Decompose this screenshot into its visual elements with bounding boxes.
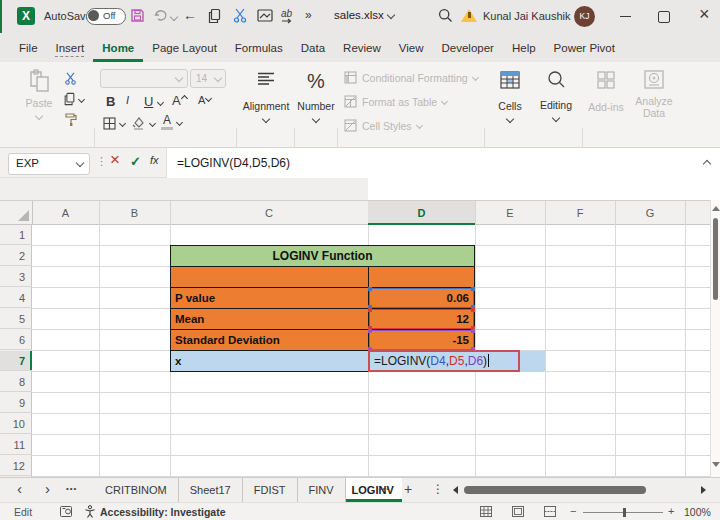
row-header-9[interactable]: 9 bbox=[0, 393, 32, 413]
tab-insert[interactable]: Insert bbox=[47, 34, 94, 62]
search-icon[interactable] bbox=[438, 8, 453, 23]
formula-input[interactable]: =LOGINV(D4,D5,D6) bbox=[166, 148, 720, 178]
underline-button[interactable]: U bbox=[144, 94, 153, 109]
horizontal-scroll-thumb[interactable] bbox=[464, 486, 646, 494]
sheet-prev-button[interactable]: ‹ bbox=[17, 480, 22, 497]
name-box-splitter-icon[interactable]: ⋮ bbox=[96, 155, 107, 168]
font-name-select[interactable] bbox=[100, 69, 188, 88]
column-header-g[interactable]: G bbox=[615, 201, 686, 225]
format-painter-icon[interactable] bbox=[64, 112, 78, 126]
name-box-chevron-icon[interactable] bbox=[76, 159, 84, 167]
cell-c5-label[interactable]: Mean bbox=[170, 308, 369, 330]
fill-color-button[interactable] bbox=[131, 116, 155, 130]
hscroll-left-icon[interactable] bbox=[453, 486, 458, 494]
undo-icon[interactable] bbox=[154, 9, 168, 22]
tab-view[interactable]: View bbox=[390, 34, 433, 62]
insert-function-button[interactable]: fx bbox=[150, 154, 159, 166]
accessibility-status[interactable]: Accessibility: Investigate bbox=[100, 506, 225, 518]
sheet-tab-finv[interactable]: FINV bbox=[298, 478, 346, 502]
macro-record-icon[interactable] bbox=[60, 506, 72, 517]
row-header-6[interactable]: 6 bbox=[0, 330, 32, 350]
column-header-f[interactable]: F bbox=[545, 201, 616, 225]
cell-d6-value[interactable]: -15 bbox=[368, 329, 475, 351]
row-header-3[interactable]: 3 bbox=[0, 267, 32, 287]
row-header-11[interactable]: 11 bbox=[0, 435, 32, 455]
minimize-button[interactable] bbox=[620, 16, 631, 17]
copy-button-icon[interactable] bbox=[63, 92, 84, 106]
row-header-1[interactable]: 1 bbox=[0, 225, 32, 245]
column-header-c[interactable]: C bbox=[170, 201, 369, 225]
maximize-button[interactable] bbox=[658, 11, 670, 23]
underline-chevron-icon[interactable] bbox=[157, 99, 164, 106]
sheet-tab-loginv-active[interactable]: LOGINV bbox=[346, 478, 402, 502]
sheet-grid[interactable]: 1 2 3 4 5 6 7 8 9 10 11 12 LOGINV Func bbox=[0, 225, 710, 477]
accessibility-icon[interactable] bbox=[84, 505, 96, 518]
autosave-toggle[interactable]: Off bbox=[86, 8, 126, 25]
enter-button[interactable]: ✓ bbox=[130, 154, 141, 169]
view-page-break-button[interactable] bbox=[544, 506, 556, 517]
cut-button-icon[interactable] bbox=[64, 72, 77, 85]
find-replace-icon[interactable]: ab bbox=[281, 8, 293, 24]
cell-c7-label[interactable]: x bbox=[170, 350, 369, 372]
name-box[interactable]: EXP bbox=[8, 153, 90, 175]
tab-review[interactable]: Review bbox=[334, 34, 390, 62]
cell-c6-label[interactable]: Standard Deviation bbox=[170, 329, 369, 351]
cell-c3-empty[interactable] bbox=[170, 266, 369, 288]
paste-button[interactable]: Paste bbox=[18, 68, 60, 134]
tab-formulas[interactable]: Formulas bbox=[226, 34, 292, 62]
font-grow-button[interactable]: A bbox=[172, 93, 187, 108]
undo-chevron-icon[interactable] bbox=[170, 13, 178, 21]
alignment-button[interactable]: Alignment bbox=[240, 70, 292, 140]
editing-button[interactable]: Editing bbox=[534, 70, 578, 140]
document-title-chevron-icon[interactable] bbox=[387, 11, 395, 19]
select-all-button[interactable] bbox=[0, 201, 33, 224]
tab-help[interactable]: Help bbox=[503, 34, 545, 62]
copy-icon[interactable] bbox=[207, 8, 222, 24]
row-header-7[interactable]: 7 bbox=[0, 351, 32, 371]
row-header-8[interactable]: 8 bbox=[0, 372, 32, 392]
tab-data[interactable]: Data bbox=[292, 34, 334, 62]
cancel-button[interactable]: × bbox=[110, 150, 120, 170]
tab-power-pivot[interactable]: Power Pivot bbox=[545, 34, 624, 62]
cell-d3-empty[interactable] bbox=[368, 266, 475, 288]
sheet-options-button[interactable]: ⋮ bbox=[432, 482, 444, 496]
addins-button[interactable]: Add-ins bbox=[585, 70, 627, 140]
horizontal-scrollbar[interactable] bbox=[462, 483, 696, 497]
cell-d4-value[interactable]: 0.06 bbox=[368, 287, 475, 309]
avatar[interactable]: KJ bbox=[574, 6, 595, 27]
zoom-level[interactable]: 100% bbox=[684, 506, 711, 518]
view-page-layout-button[interactable] bbox=[512, 506, 524, 517]
number-button[interactable]: % Number bbox=[297, 70, 335, 140]
vertical-scrollbar[interactable] bbox=[710, 200, 720, 477]
tab-page-layout[interactable]: Page Layout bbox=[143, 34, 226, 62]
scroll-up-icon[interactable] bbox=[712, 206, 720, 211]
cut-icon[interactable] bbox=[233, 8, 247, 23]
conditional-formatting-button[interactable]: Conditional Formatting bbox=[344, 71, 478, 84]
font-shrink-button[interactable]: A bbox=[198, 94, 211, 106]
close-button[interactable]: × bbox=[699, 4, 710, 25]
qat-overflow-icon[interactable]: » bbox=[305, 8, 312, 22]
sheet-tab-fdist[interactable]: FDIST bbox=[243, 478, 298, 502]
vertical-scroll-thumb[interactable] bbox=[713, 218, 718, 300]
sheet-next-button[interactable]: › bbox=[45, 480, 50, 497]
cell-c4-label[interactable]: P value bbox=[170, 287, 369, 309]
tab-file[interactable]: File bbox=[10, 34, 47, 62]
font-color-button[interactable]: A bbox=[161, 115, 182, 130]
row-header-2[interactable]: 2 bbox=[0, 246, 32, 266]
alert-warning-icon[interactable] bbox=[461, 9, 477, 22]
sheet-list-button[interactable]: ••• bbox=[66, 484, 77, 493]
zoom-slider-handle[interactable] bbox=[623, 508, 626, 517]
cell-d5-value[interactable]: 12 bbox=[368, 308, 475, 330]
row-header-4[interactable]: 4 bbox=[0, 288, 32, 308]
column-header-d[interactable]: D bbox=[368, 201, 476, 225]
cell-title-loginv-function[interactable]: LOGINV Function bbox=[170, 245, 475, 267]
row-header-10[interactable]: 10 bbox=[0, 414, 32, 434]
scroll-down-icon[interactable] bbox=[712, 462, 720, 467]
format-as-table-button[interactable]: Format as Table bbox=[344, 95, 447, 108]
back-arrow-icon[interactable]: ← bbox=[183, 7, 197, 23]
hscroll-right-icon[interactable] bbox=[701, 486, 706, 494]
analyze-data-button[interactable]: Analyze Data bbox=[630, 70, 678, 140]
row-header-5[interactable]: 5 bbox=[0, 309, 32, 329]
document-title[interactable]: sales.xlsx bbox=[334, 9, 384, 21]
cells-button[interactable]: Cells bbox=[488, 70, 532, 140]
